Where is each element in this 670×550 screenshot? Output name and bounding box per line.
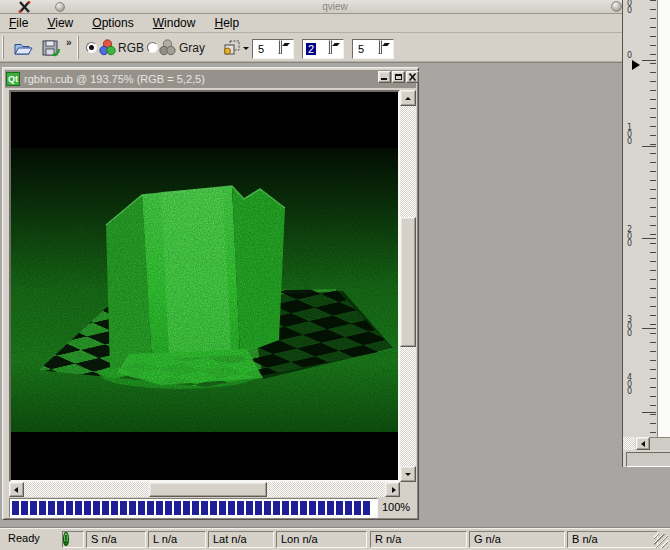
ruler-window-panel <box>626 452 670 467</box>
status-alert-panel[interactable]: ! <box>62 531 84 548</box>
up-arrow-icon <box>405 97 411 100</box>
scroll-right-button[interactable] <box>385 482 400 497</box>
vertical-scrollbar[interactable] <box>400 90 416 482</box>
status-red-field: R n/a <box>370 531 467 548</box>
load-progress-bar <box>9 498 378 518</box>
menu-window[interactable]: Window <box>146 14 205 32</box>
ruler-label-0: 0 <box>627 52 634 59</box>
menu-help[interactable]: Help <box>207 14 248 32</box>
left-arrow-icon <box>641 441 645 447</box>
ruler-position-marker-icon <box>632 60 640 70</box>
rgb-radio[interactable] <box>86 42 97 53</box>
red-band-down-button[interactable] <box>280 40 282 54</box>
status-green-field: G n/a <box>469 531 565 548</box>
toolbar-separator-handle[interactable] <box>77 36 82 59</box>
maximize-icon <box>395 74 402 80</box>
cube-scene-image <box>11 92 398 476</box>
qview-app: qview File View Options Window Help <box>0 0 670 550</box>
warning-icon[interactable]: ! <box>63 532 69 546</box>
green-band-value: 2 <box>306 43 316 55</box>
ruler-label-300: 300 <box>627 316 634 337</box>
status-ready-label: Ready <box>8 532 40 544</box>
toolbar-overflow-button[interactable]: » <box>66 37 72 48</box>
close-icon <box>407 72 418 82</box>
menu-bar: File View Options Window Help <box>0 14 670 33</box>
stretch-tool-button[interactable] <box>212 36 252 60</box>
toolbar: » RGB Gray 5 <box>0 33 670 62</box>
vertical-scroll-thumb[interactable] <box>400 217 416 347</box>
image-viewport[interactable] <box>9 90 400 482</box>
save-screen-button[interactable] <box>38 36 64 60</box>
main-window-title: qview <box>0 1 670 12</box>
rgb-spheres-icon <box>99 39 116 56</box>
dropdown-arrow-icon <box>243 47 249 50</box>
main-title-bar[interactable]: qview <box>0 0 670 14</box>
stretch-tool-icon <box>222 39 242 57</box>
ruler-label-100: 100 <box>627 124 634 145</box>
save-disk-icon <box>41 39 61 58</box>
ruler-canvas-strip <box>657 0 670 437</box>
red-band-spinbox[interactable]: 5 <box>252 39 294 59</box>
blue-band-value: 5 <box>356 43 366 55</box>
maximize-button[interactable] <box>392 71 405 83</box>
blue-band-spinbox[interactable]: 5 <box>352 39 394 59</box>
cube-window-title: rgbhn.cub @ 193.75% (RGB = 5,2,5) <box>24 73 205 85</box>
resize-grip[interactable] <box>654 534 668 548</box>
toolbar-drag-handle[interactable] <box>2 36 7 59</box>
status-sample-field: S n/a <box>86 531 146 548</box>
minimize-icon <box>381 78 387 80</box>
status-longitude-field: Lon n/a <box>276 531 367 548</box>
ruler-window-hscrollbar[interactable] <box>623 437 670 450</box>
down-arrow-icon <box>405 473 411 476</box>
ruler-label-400: 400 <box>627 374 634 395</box>
status-bar: Ready ! S n/a L n/a Lat n/a Lon n/a R n/… <box>0 527 670 550</box>
menu-view[interactable]: View <box>40 14 82 32</box>
ruler-ticks <box>650 0 656 437</box>
cube-viewer-window[interactable]: Qt rgbhn.cub @ 193.75% (RGB = 5,2,5) <box>2 67 419 520</box>
open-folder-icon <box>13 39 34 57</box>
menu-options[interactable]: Options <box>85 14 142 32</box>
ruler-scroll-left-button[interactable] <box>636 437 650 450</box>
progress-fill <box>12 501 372 515</box>
scroll-up-button[interactable] <box>400 90 416 106</box>
status-latitude-field: Lat n/a <box>208 531 274 548</box>
left-arrow-icon <box>14 487 18 493</box>
menu-file[interactable]: File <box>2 14 37 32</box>
scrollbar-corner <box>623 437 635 450</box>
green-band-down-button[interactable] <box>330 40 332 54</box>
open-file-button[interactable] <box>10 36 36 60</box>
ruler-label-200: 200 <box>627 226 634 247</box>
minimize-button[interactable] <box>378 71 391 83</box>
horizontal-scroll-thumb[interactable] <box>149 482 267 497</box>
scroll-down-button[interactable] <box>400 466 416 482</box>
red-band-value: 5 <box>256 43 266 55</box>
horizontal-scrollbar[interactable] <box>9 482 400 497</box>
status-line-field: L n/a <box>148 531 206 548</box>
wm-sphere-right-icon[interactable] <box>611 1 622 12</box>
gray-radio[interactable] <box>147 42 158 53</box>
mdi-workspace: Qt rgbhn.cub @ 193.75% (RGB = 5,2,5) <box>0 62 670 527</box>
blue-band-down-button[interactable] <box>380 40 382 54</box>
scroll-left-button[interactable] <box>9 482 24 497</box>
cube-window-title-bar[interactable]: Qt rgbhn.cub @ 193.75% (RGB = 5,2,5) <box>5 70 416 88</box>
rgb-radio-label[interactable]: RGB <box>118 41 144 55</box>
gray-spheres-icon <box>159 39 176 56</box>
right-arrow-icon <box>392 487 396 493</box>
progress-percent-label: 100% <box>382 501 410 513</box>
status-blue-field: B n/a <box>567 531 658 548</box>
gray-radio-label[interactable]: Gray <box>179 41 205 55</box>
qt-icon: Qt <box>6 72 20 86</box>
close-button[interactable] <box>406 71 419 83</box>
background-ruler-window: 00 0 100 200 300 400 <box>622 0 670 467</box>
green-band-spinbox[interactable]: 2 <box>302 39 344 59</box>
ruler-label-partial: 00 <box>627 0 634 14</box>
